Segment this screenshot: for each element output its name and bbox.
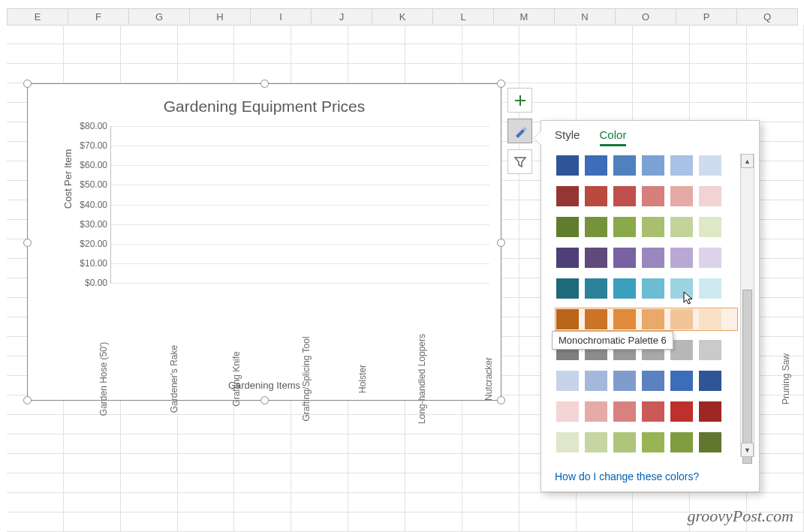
column-header[interactable]: L	[433, 8, 494, 26]
plot-area[interactable]: $0.00$10.00$20.00$30.00$40.00$50.00$60.0…	[110, 126, 489, 284]
palette-row[interactable]	[555, 308, 738, 331]
column-header[interactable]: F	[68, 8, 129, 26]
x-axis-label[interactable]: Gardening Items	[28, 380, 501, 391]
color-swatch[interactable]	[585, 217, 607, 237]
chart-styles-button[interactable]	[507, 119, 532, 143]
tab-color[interactable]: Color	[600, 128, 627, 146]
color-swatch[interactable]	[699, 340, 721, 360]
palette-row[interactable]	[555, 400, 738, 423]
palette-row[interactable]	[555, 154, 738, 177]
color-swatch[interactable]	[642, 278, 664, 299]
color-swatch[interactable]	[556, 309, 579, 329]
column-header[interactable]: K	[372, 8, 433, 26]
color-swatch[interactable]	[699, 155, 721, 176]
color-swatch[interactable]	[556, 432, 579, 452]
scrollbar[interactable]: ▲ ▼	[740, 154, 754, 457]
color-swatch[interactable]	[670, 217, 693, 237]
color-swatch[interactable]	[699, 309, 721, 329]
color-swatch[interactable]	[585, 248, 607, 268]
color-swatch[interactable]	[613, 309, 636, 329]
palette-row[interactable]	[555, 215, 738, 239]
color-swatch[interactable]	[585, 401, 607, 422]
scroll-thumb[interactable]	[742, 290, 752, 464]
color-swatch[interactable]	[699, 248, 721, 268]
palette-row[interactable]	[555, 431, 738, 454]
scroll-up-button[interactable]: ▲	[741, 154, 754, 168]
color-swatch[interactable]	[585, 278, 607, 299]
palette-row[interactable]	[555, 369, 738, 392]
column-header[interactable]: I	[251, 8, 312, 26]
color-swatch[interactable]	[613, 248, 636, 268]
color-swatch[interactable]	[670, 371, 693, 391]
color-swatch[interactable]	[585, 155, 607, 176]
color-swatch[interactable]	[585, 371, 607, 391]
color-swatch[interactable]	[699, 432, 721, 452]
column-header[interactable]: H	[190, 8, 251, 26]
palette-row[interactable]	[555, 185, 738, 208]
color-swatch[interactable]	[556, 186, 579, 206]
palette-row[interactable]	[555, 246, 738, 269]
column-header[interactable]: O	[616, 8, 676, 26]
color-swatch[interactable]	[613, 217, 636, 237]
column-header[interactable]: Q	[737, 8, 798, 26]
color-swatch[interactable]	[699, 217, 721, 237]
color-swatch[interactable]	[670, 248, 693, 268]
column-header[interactable]: E	[7, 8, 68, 26]
resize-handle[interactable]	[23, 80, 32, 88]
column-header[interactable]: N	[555, 8, 616, 26]
resize-handle[interactable]	[260, 80, 269, 88]
color-swatch[interactable]	[613, 278, 636, 299]
palette-row[interactable]	[555, 277, 738, 300]
color-swatch[interactable]	[613, 155, 636, 176]
color-swatch[interactable]	[556, 401, 579, 422]
scroll-down-button[interactable]: ▼	[741, 443, 754, 457]
color-swatch[interactable]	[585, 432, 607, 452]
color-swatch[interactable]	[556, 155, 579, 176]
help-link[interactable]: How do I change these colors?	[555, 470, 699, 482]
color-swatch[interactable]	[556, 217, 579, 237]
resize-handle[interactable]	[23, 239, 32, 247]
embedded-chart[interactable]: Gardening Equipment Prices Cost Per Item…	[27, 83, 501, 401]
color-swatch[interactable]	[670, 432, 693, 452]
color-swatch[interactable]	[556, 371, 579, 391]
color-swatch[interactable]	[642, 155, 664, 176]
color-swatch[interactable]	[613, 371, 636, 391]
color-swatch[interactable]	[670, 309, 693, 329]
resize-handle[interactable]	[23, 396, 32, 404]
color-swatch[interactable]	[670, 401, 693, 422]
chart-title[interactable]: Gardening Equipment Prices	[28, 84, 501, 120]
column-header[interactable]: J	[312, 8, 372, 26]
resize-handle[interactable]	[497, 80, 505, 88]
chart-filters-button[interactable]	[507, 149, 532, 174]
column-header[interactable]: P	[676, 8, 737, 26]
color-swatch[interactable]	[642, 371, 664, 391]
tab-style[interactable]: Style	[555, 128, 580, 144]
color-swatch[interactable]	[699, 278, 721, 299]
color-swatch[interactable]	[699, 186, 721, 206]
resize-handle[interactable]	[497, 239, 505, 247]
y-axis-label[interactable]: Cost Per Item	[62, 149, 74, 209]
color-swatch[interactable]	[556, 248, 579, 268]
column-header[interactable]: G	[129, 8, 190, 26]
color-swatch[interactable]	[642, 432, 664, 452]
column-header[interactable]: M	[494, 8, 555, 26]
color-swatch[interactable]	[670, 186, 693, 206]
color-swatch[interactable]	[613, 401, 636, 422]
color-swatch[interactable]	[642, 217, 664, 237]
palette-list[interactable]	[555, 154, 738, 457]
color-swatch[interactable]	[670, 340, 693, 360]
color-swatch[interactable]	[613, 432, 636, 452]
color-swatch[interactable]	[670, 155, 693, 176]
color-swatch[interactable]	[642, 401, 664, 422]
color-swatch[interactable]	[670, 278, 693, 299]
color-swatch[interactable]	[699, 371, 721, 391]
color-swatch[interactable]	[585, 309, 607, 329]
color-swatch[interactable]	[699, 401, 721, 422]
color-swatch[interactable]	[642, 248, 664, 268]
color-swatch[interactable]	[613, 186, 636, 206]
chart-elements-button[interactable]	[507, 88, 532, 113]
color-swatch[interactable]	[556, 278, 579, 299]
color-swatch[interactable]	[642, 309, 664, 329]
color-swatch[interactable]	[585, 186, 607, 206]
color-swatch[interactable]	[642, 186, 664, 206]
